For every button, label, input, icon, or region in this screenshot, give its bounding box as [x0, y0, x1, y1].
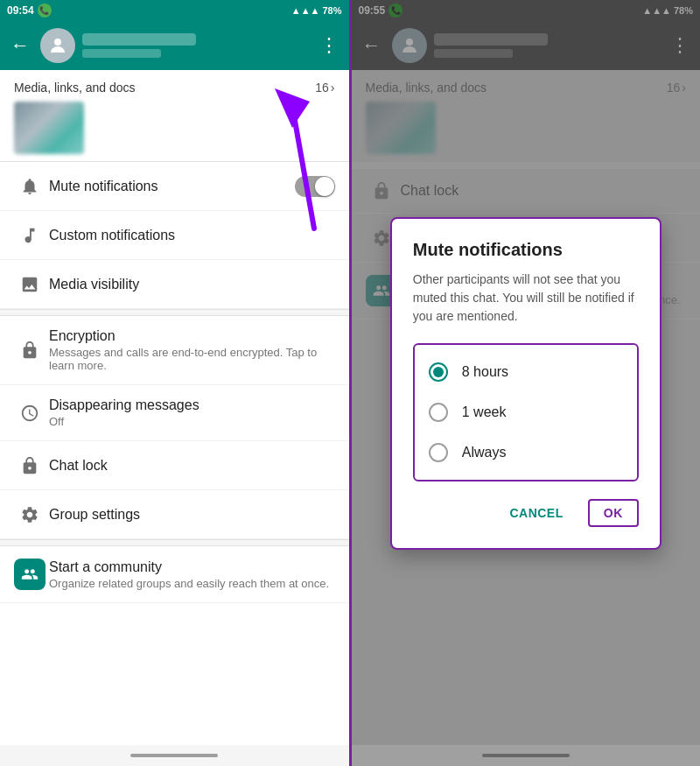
radio-always [429, 443, 448, 462]
encryption-title: Encryption [49, 328, 335, 344]
radio-1week [429, 403, 448, 422]
community-text: Start a community Organize related group… [46, 559, 335, 590]
settings-mute[interactable]: Mute notifications [0, 162, 349, 211]
timer-icon [14, 404, 46, 423]
left-toolbar: ← ⋮ [0, 21, 349, 70]
option-8hours[interactable]: 8 hours [415, 352, 637, 392]
right-panel-content: 09:55 📞 ▲▲▲ 78% ← ⋮ [352, 0, 701, 766]
settings-chat-lock[interactable]: Chat lock [0, 441, 349, 490]
disappearing-title: Disappearing messages [49, 397, 335, 413]
group-settings-text: Group settings [46, 507, 335, 523]
option-1week[interactable]: 1 week [415, 392, 637, 432]
settings-custom-notifications[interactable]: Custom notifications [0, 211, 349, 260]
left-panel: 09:54 📞 ▲▲▲ 78% ← ⋮ Media, links, and do… [0, 0, 349, 766]
svg-point-0 [54, 39, 61, 46]
signal-icons: ▲▲▲ [291, 5, 320, 16]
media-thumbnail [14, 102, 84, 154]
option-always[interactable]: Always [415, 432, 637, 473]
community-title: Start a community [49, 559, 335, 575]
community-icon-bg [14, 559, 46, 590]
disappearing-text: Disappearing messages Off [46, 397, 335, 428]
bottom-pill [130, 754, 218, 757]
media-count: 16 › [315, 81, 334, 95]
media-vis-text: Media visibility [46, 277, 335, 292]
community-subtitle: Organize related groups and easily reach… [49, 577, 335, 590]
option-8hours-label: 8 hours [462, 364, 508, 380]
settings-encryption[interactable]: Encryption Messages and calls are end-to… [0, 316, 349, 385]
disappearing-subtitle: Off [49, 415, 335, 428]
chatlock-title: Chat lock [49, 458, 335, 474]
ok-button[interactable]: OK [588, 499, 639, 527]
lock-icon-chat [14, 456, 46, 475]
radio-inner-8hours [433, 367, 444, 377]
dialog-overlay: Mute notifications Other participants wi… [352, 0, 701, 766]
mute-notifications-dialog: Mute notifications Other participants wi… [390, 217, 662, 550]
encryption-subtitle: Messages and calls are end-to-end encryp… [49, 346, 335, 372]
mute-toggle[interactable] [295, 176, 335, 197]
toolbar-title-area [82, 33, 309, 58]
battery-left: 78% [322, 5, 341, 16]
bell-icon [14, 177, 46, 196]
settings-media-visibility[interactable]: Media visibility [0, 260, 349, 309]
call-icon: 📞 [38, 4, 52, 18]
status-bar-right: ▲▲▲ 78% [291, 5, 342, 16]
time-left: 09:54 [7, 4, 34, 17]
community-icon [14, 559, 46, 590]
lock-icon-encryption [14, 341, 46, 360]
mute-title: Mute notifications [49, 179, 295, 194]
left-settings-list: Mute notifications Custom notifications [0, 162, 349, 745]
radio-8hours [429, 362, 448, 382]
dialog-actions: Cancel OK [413, 499, 639, 527]
toggle-thumb [315, 177, 334, 196]
left-media-section[interactable]: Media, links, and docs 16 › [0, 70, 349, 162]
left-status-bar: 09:54 📞 ▲▲▲ 78% [0, 0, 349, 21]
custom-notif-text: Custom notifications [46, 228, 335, 243]
encryption-text: Encryption Messages and calls are end-to… [46, 328, 335, 372]
image-icon [14, 275, 46, 294]
mute-text: Mute notifications [46, 179, 295, 194]
cancel-button[interactable]: Cancel [499, 499, 573, 527]
chatlock-text: Chat lock [46, 458, 335, 474]
settings-group-settings[interactable]: Group settings [0, 490, 349, 539]
custom-notif-title: Custom notifications [49, 228, 335, 243]
gear-icon [14, 505, 46, 524]
dialog-options-group: 8 hours 1 week Always [413, 343, 639, 481]
group-divider-1 [0, 309, 349, 316]
contact-name-blur [82, 33, 196, 46]
option-1week-label: 1 week [462, 404, 507, 420]
status-bar-left: 09:54 📞 [7, 4, 52, 18]
contact-status-blur [82, 49, 161, 58]
right-panel: 09:55 📞 ▲▲▲ 78% ← ⋮ [352, 0, 701, 766]
music-icon [14, 226, 46, 245]
avatar [40, 28, 75, 63]
group-divider-2 [0, 539, 349, 546]
settings-disappearing-messages[interactable]: Disappearing messages Off [0, 385, 349, 441]
media-header: Media, links, and docs 16 › [14, 81, 335, 95]
media-vis-title: Media visibility [49, 277, 335, 292]
settings-community[interactable]: Start a community Organize related group… [0, 546, 349, 603]
more-options-button[interactable]: ⋮ [316, 31, 342, 60]
left-bottom-bar [0, 745, 349, 766]
media-label: Media, links, and docs [14, 81, 136, 95]
dialog-message: Other participants will not see that you… [413, 271, 639, 326]
back-button[interactable]: ← [7, 31, 33, 60]
dialog-title: Mute notifications [413, 240, 639, 260]
option-always-label: Always [462, 445, 507, 460]
group-settings-title: Group settings [49, 507, 335, 523]
